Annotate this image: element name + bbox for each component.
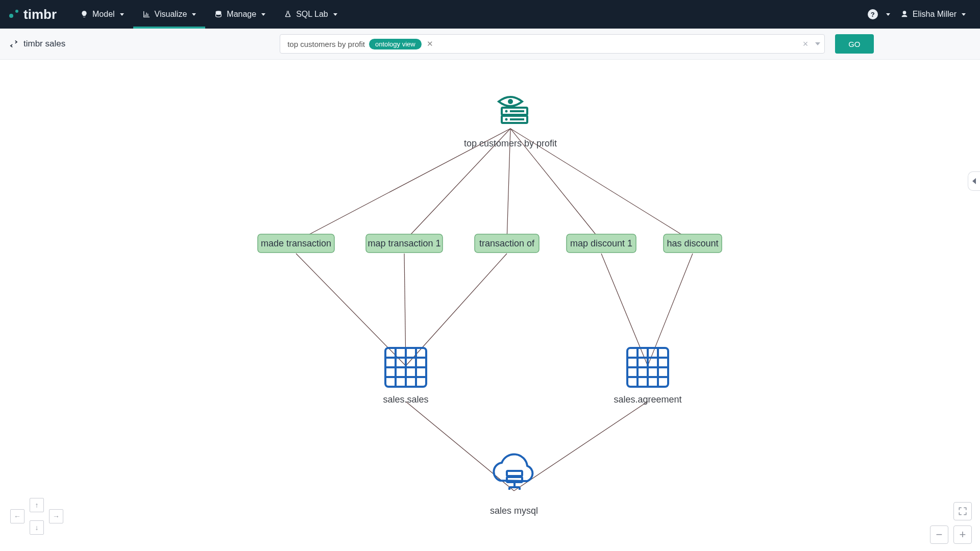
svg-point-21 [505,118,508,121]
svg-line-15 [514,402,648,491]
nav-help[interactable]: ? [863,0,895,29]
node-m2[interactable]: map transaction 1 [366,234,443,253]
zoom-controls: − + [930,502,972,544]
user-icon [900,10,909,18]
chevron-down-icon [120,13,124,16]
chevron-down-icon [192,13,196,16]
lineage-canvas[interactable]: top customers by profit made transaction… [0,60,980,551]
node-t1-label: sales.sales [383,394,428,405]
top-navbar: timbr Model Visualize Manage SQL Lab ? [0,0,980,29]
zoom-in-button[interactable]: + [953,525,972,544]
node-t2-label: sales.agreement [614,394,681,405]
swap-icon [9,39,18,48]
breadcrumb[interactable]: timbr sales [9,39,65,49]
svg-line-14 [406,402,514,491]
search-text: top customers by profit [287,40,365,48]
nav-visualize[interactable]: Visualize [133,0,206,29]
node-m3[interactable]: transaction of [475,234,539,253]
breadcrumb-text: timbr sales [23,39,65,49]
search-chip[interactable]: ontology view [369,39,422,49]
node-t1[interactable]: sales.sales [383,348,428,405]
node-m3-label: transaction of [479,238,535,248]
nav-sqllab-label: SQL Lab [296,10,328,19]
node-m5-label: has discount [667,238,718,248]
node-ds[interactable]: sales mysql [490,454,538,516]
nav-visualize-label: Visualize [155,10,187,19]
brand-text: timbr [23,7,57,22]
flask-icon [284,10,292,18]
node-m4-label: map discount 1 [570,238,632,248]
node-m5[interactable]: has discount [664,234,722,253]
nav-sqllab[interactable]: SQL Lab [275,0,347,29]
node-root[interactable]: top customers by profit [464,97,557,148]
node-m2-label: map transaction 1 [368,238,440,248]
sub-toolbar: timbr sales top customers by profit onto… [0,29,980,60]
database-icon [214,10,223,18]
node-ds-label: sales mysql [490,506,538,516]
nav-manage[interactable]: Manage [205,0,275,29]
chevron-down-icon [261,13,265,16]
node-t2[interactable]: sales.agreement [614,348,681,405]
brand[interactable]: timbr [9,7,57,22]
pan-up-button[interactable]: ↑ [30,498,44,512]
fit-screen-button[interactable] [953,502,972,520]
pan-controls: ↑ ← → ↓ [8,498,69,544]
pan-right-button[interactable]: → [49,509,63,523]
search-input[interactable]: top customers by profit ontology view ✕ … [280,34,825,54]
svg-rect-42 [507,471,522,476]
chevron-down-icon[interactable] [815,42,820,45]
brand-logo-icon [9,9,20,20]
nav-model-label: Model [92,10,115,19]
pan-down-button[interactable]: ↓ [30,520,44,535]
node-m1[interactable]: made transaction [258,234,334,253]
chart-icon [142,10,151,18]
nav-user-name: Elisha Miller [913,10,957,19]
nav-manage-label: Manage [227,10,256,19]
chevron-down-icon [333,13,337,16]
help-icon: ? [868,9,878,19]
svg-point-19 [505,110,508,113]
node-m4[interactable]: map discount 1 [567,234,636,253]
svg-point-16 [508,99,513,104]
svg-rect-20 [510,110,524,112]
chip-remove-icon[interactable]: ✕ [427,39,433,48]
chevron-down-icon [886,13,890,16]
nav-user[interactable]: Elisha Miller [895,0,971,29]
lightbulb-icon [80,10,88,18]
zoom-out-button[interactable]: − [930,525,948,544]
svg-rect-43 [507,477,522,482]
go-button[interactable]: GO [835,34,873,54]
svg-rect-22 [510,118,524,120]
fullscreen-icon [958,507,967,516]
right-panel-toggle[interactable] [968,171,980,191]
search-clear-icon[interactable]: × [803,39,808,49]
nav-model[interactable]: Model [71,0,133,29]
chevron-down-icon [962,13,966,16]
node-root-label: top customers by profit [464,138,557,148]
node-m1-label: made transaction [261,238,331,248]
pan-left-button[interactable]: ← [10,509,24,523]
